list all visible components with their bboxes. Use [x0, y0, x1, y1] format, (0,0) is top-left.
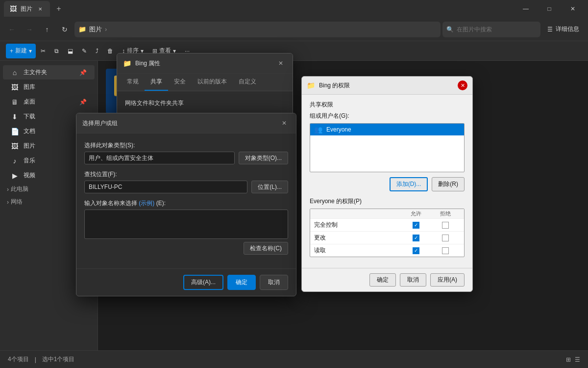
copy-button[interactable]: ⧉ [50, 44, 63, 58]
tab-general[interactable]: 常规 [121, 74, 145, 91]
select-user-title: 选择用户或组 [82, 119, 274, 128]
perm-full-control-deny-checkbox[interactable] [442, 222, 449, 229]
select-user-close[interactable]: ✕ [278, 117, 290, 129]
object-type-button[interactable]: 对象类型(O)... [239, 152, 288, 164]
location-input[interactable] [84, 181, 247, 193]
refresh-button[interactable]: ↻ [57, 22, 73, 37]
perm-change-allow-checkbox[interactable]: ✓ [413, 235, 419, 241]
pictures-icon: 🖼 [11, 142, 19, 150]
location-button[interactable]: 位置(L)... [251, 181, 288, 193]
view-list-icon[interactable]: ☰ [575, 356, 580, 363]
tab-security[interactable]: 安全 [168, 74, 192, 91]
example-link[interactable]: (示例) [139, 200, 154, 207]
users-list-box: 👥 Everyone [310, 123, 465, 172]
forward-button[interactable]: → [22, 22, 37, 37]
detail-label: 详细信息 [556, 25, 579, 33]
search-area[interactable]: 🔍 [442, 22, 540, 37]
permissions-close[interactable]: ✕ [458, 80, 467, 90]
rename-button[interactable]: ✎ [78, 44, 91, 58]
tab-close-button[interactable]: ✕ [36, 5, 44, 13]
perm-change-row: 更改 ✓ [310, 232, 464, 244]
cut-button[interactable]: ✂ [37, 44, 49, 58]
check-name-button[interactable]: 检查名称(C) [244, 242, 288, 255]
sidebar-item-home[interactable]: ⌂ 主文件夹 📌 [3, 65, 95, 79]
network-expand-icon: › [7, 199, 9, 206]
pin-icon: 📌 [79, 69, 87, 76]
view-grid-icon[interactable]: ⊞ [566, 356, 571, 363]
status-bar: 4个项目 | 选中1个项目 ⊞ ☰ [0, 350, 588, 368]
new-tab-button[interactable]: + [52, 2, 66, 16]
permissions-table-box: 允许 拒绝 完全控制 ✓ 更改 ✓ [310, 209, 465, 257]
perm-full-control-row: 完全控制 ✓ [310, 219, 464, 232]
perm-full-control-allow[interactable]: ✓ [401, 222, 431, 229]
minimize-button[interactable]: — [514, 1, 537, 17]
address-icon: 📁 [78, 26, 86, 33]
detail-icon: ☰ [547, 26, 553, 33]
up-button[interactable]: ↑ [39, 22, 55, 37]
object-type-label: 选择此对象类型(S): [84, 141, 288, 150]
perm-change-deny-checkbox[interactable] [442, 235, 449, 241]
permissions-cancel[interactable]: 取消 [400, 273, 426, 287]
desktop-pin-icon: 📌 [79, 99, 87, 105]
everyone-user-icon: 👥 [314, 126, 322, 133]
sidebar-item-gallery[interactable]: 🖼 图库 [3, 80, 95, 94]
perm-full-control-allow-checkbox[interactable]: ✓ [413, 222, 419, 229]
address-bar[interactable]: 📁 图片 › [74, 22, 441, 37]
deny-header: 拒绝 [431, 210, 460, 217]
remove-permission-button[interactable]: 删除(R) [432, 177, 465, 191]
permissions-ok[interactable]: 确定 [369, 273, 396, 287]
close-window-button[interactable]: ✕ [562, 1, 584, 17]
paste-button[interactable]: ⬓ [64, 44, 77, 58]
permissions-apply[interactable]: 应用(A) [430, 273, 465, 287]
new-button[interactable]: + 新建 ▾ [6, 44, 36, 58]
input-name-input-row [84, 210, 288, 239]
separator: | [35, 356, 36, 363]
copy-icon: ⧉ [54, 48, 59, 54]
object-type-input[interactable] [84, 152, 235, 164]
perm-full-control-label: 完全控制 [314, 221, 401, 229]
bing-properties-close[interactable]: ✕ [275, 57, 287, 69]
rename-icon: ✎ [82, 48, 87, 54]
advanced-button[interactable]: 高级(A)... [183, 275, 223, 290]
object-name-textarea[interactable] [84, 210, 288, 239]
perm-read-allow[interactable]: ✓ [401, 247, 431, 254]
expand-icon: › [7, 186, 9, 193]
detail-info-button[interactable]: ☰ 详细信息 [542, 22, 584, 37]
perm-change-deny[interactable] [431, 235, 460, 241]
tab-share[interactable]: 共享 [145, 74, 168, 91]
perm-full-control-deny[interactable] [431, 222, 460, 229]
search-input[interactable] [457, 26, 525, 33]
select-user-cancel[interactable]: 取消 [260, 275, 288, 290]
tab-previous-versions[interactable]: 以前的版本 [192, 74, 233, 91]
permissions-dialog: 📁 Bing 的权限 ✕ 共享权限 组或用户名(G): 👥 Everyone 添… [301, 76, 473, 292]
tab-label: 图片 [21, 5, 32, 13]
select-user-dialog: 选择用户或组 ✕ 选择此对象类型(S): 对象类型(O)... 查找位置(F):… [76, 113, 296, 296]
sidebar-label-desktop: 桌面 [24, 98, 35, 106]
add-permission-button[interactable]: 添加(D)... [390, 177, 428, 191]
location-label: 查找位置(F): [84, 170, 288, 179]
perm-read-allow-checkbox[interactable]: ✓ [413, 247, 419, 254]
bing-properties-title: Bing 属性 [135, 59, 271, 68]
location-input-row: 位置(L)... [84, 181, 288, 193]
status-bar-right: ⊞ ☰ [566, 356, 580, 363]
select-user-ok[interactable]: 确定 [227, 275, 256, 290]
sidebar-item-desktop[interactable]: 🖥 桌面 📌 [3, 95, 95, 109]
home-icon: ⌂ [11, 69, 19, 77]
share-button[interactable]: ⤴ [92, 44, 102, 58]
tab-customize[interactable]: 自定义 [233, 74, 262, 91]
perm-read-deny-checkbox[interactable] [442, 247, 449, 254]
user-everyone-row[interactable]: 👥 Everyone [310, 124, 464, 135]
bing-properties-titlebar: 📁 Bing 属性 ✕ [117, 53, 293, 74]
address-toolbar: ← → ↑ ↻ 📁 图片 › 🔍 ☰ 详细信息 [0, 18, 588, 41]
new-chevron: ▾ [29, 48, 32, 54]
file-explorer-tab[interactable]: 🖼 图片 ✕ [4, 1, 50, 17]
downloads-icon: ⬇ [11, 113, 19, 121]
back-button[interactable]: ← [4, 22, 20, 37]
sidebar-label-pc: 此电脑 [11, 185, 28, 193]
perm-read-deny[interactable] [431, 247, 460, 254]
title-bar: 🖼 图片 ✕ + — □ ✕ [0, 0, 588, 18]
maximize-button[interactable]: □ [538, 1, 561, 17]
perm-change-allow[interactable]: ✓ [401, 235, 431, 241]
sidebar-label-network: 网络 [11, 198, 23, 206]
delete-button[interactable]: 🗑 [103, 44, 117, 58]
